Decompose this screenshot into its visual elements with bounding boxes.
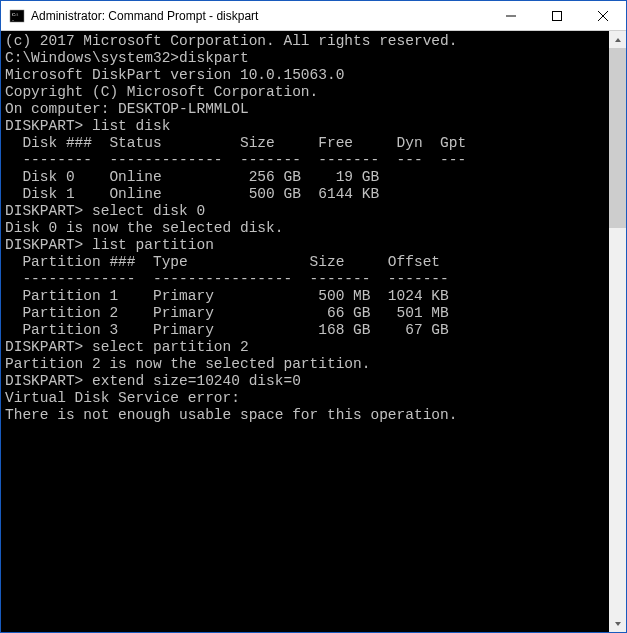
svg-marker-8 — [615, 622, 621, 626]
scrollbar-track[interactable] — [609, 48, 626, 615]
prompt-line: DISKPART> select partition 2 — [5, 339, 605, 356]
terminal-output[interactable]: (c) 2017 Microsoft Corporation. All righ… — [1, 31, 609, 632]
close-button[interactable] — [580, 1, 626, 30]
table-row: Partition 3 Primary 168 GB 67 GB — [5, 322, 605, 339]
output-line: Partition 2 is now the selected partitio… — [5, 356, 605, 373]
window-title: Administrator: Command Prompt - diskpart — [31, 9, 488, 23]
prompt-line: DISKPART> list partition — [5, 237, 605, 254]
maximize-button[interactable] — [534, 1, 580, 30]
table-row: Partition 1 Primary 500 MB 1024 KB — [5, 288, 605, 305]
scroll-down-button[interactable] — [609, 615, 626, 632]
error-line: Virtual Disk Service error: — [5, 390, 605, 407]
svg-marker-7 — [615, 38, 621, 42]
output-line: (c) 2017 Microsoft Corporation. All righ… — [5, 33, 605, 50]
titlebar[interactable]: C:\ _ Administrator: Command Prompt - di… — [1, 1, 626, 31]
table-row: Disk 0 Online 256 GB 19 GB — [5, 169, 605, 186]
window-controls — [488, 1, 626, 30]
table-header: Disk ### Status Size Free Dyn Gpt — [5, 135, 605, 152]
svg-rect-4 — [553, 11, 562, 20]
prompt-line: DISKPART> list disk — [5, 118, 605, 135]
terminal-area: (c) 2017 Microsoft Corporation. All righ… — [1, 31, 626, 632]
error-line: There is not enough usable space for thi… — [5, 407, 605, 424]
table-row: Partition 2 Primary 66 GB 501 MB — [5, 305, 605, 322]
prompt-line: DISKPART> select disk 0 — [5, 203, 605, 220]
prompt-line: DISKPART> extend size=10240 disk=0 — [5, 373, 605, 390]
output-line: Copyright (C) Microsoft Corporation. — [5, 84, 605, 101]
table-divider: ------------- ---------------- ------- -… — [5, 271, 605, 288]
table-divider: -------- ------------- ------- ------- -… — [5, 152, 605, 169]
cmd-icon: C:\ _ — [9, 8, 25, 24]
output-line: On computer: DESKTOP-LRMMLOL — [5, 101, 605, 118]
command-prompt-window: C:\ _ Administrator: Command Prompt - di… — [0, 0, 627, 633]
output-line: Microsoft DiskPart version 10.0.15063.0 — [5, 67, 605, 84]
scrollbar-thumb[interactable] — [609, 48, 626, 228]
table-row: Disk 1 Online 500 GB 6144 KB — [5, 186, 605, 203]
prompt-line: C:\Windows\system32>diskpart — [5, 50, 605, 67]
scroll-up-button[interactable] — [609, 31, 626, 48]
output-line: Disk 0 is now the selected disk. — [5, 220, 605, 237]
minimize-button[interactable] — [488, 1, 534, 30]
vertical-scrollbar[interactable] — [609, 31, 626, 632]
table-header: Partition ### Type Size Offset — [5, 254, 605, 271]
